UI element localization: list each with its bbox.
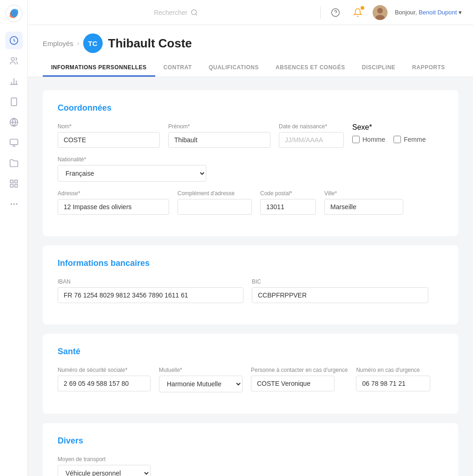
- dob-label: Date de naissance*: [279, 123, 344, 130]
- urgence-num-input[interactable]: [356, 376, 430, 391]
- homme-checkbox[interactable]: [352, 136, 360, 143]
- svg-point-20: [11, 204, 12, 205]
- dob-group: Date de naissance*: [279, 123, 344, 148]
- bancaire-row: IBAN BIC: [58, 278, 443, 303]
- femme-option[interactable]: Femme: [394, 136, 426, 143]
- mutuelle-select[interactable]: Harmonie Mutuelle: [159, 376, 243, 392]
- breadcrumb-separator: ›: [77, 40, 79, 47]
- sante-row: Numéro de sécurité sociale* Mutuelle* Ha…: [58, 367, 443, 392]
- svg-rect-14: [10, 180, 13, 183]
- postal-group: Code postal*: [260, 190, 316, 215]
- svg-rect-16: [10, 185, 13, 187]
- svg-line-22: [196, 14, 197, 15]
- sante-section: Santé Numéro de sécurité sociale* Mutuel…: [43, 334, 458, 414]
- user-greeting: Bonjour, Benoit Dupont ▾: [395, 9, 462, 16]
- tab-qualifications[interactable]: QUALIFICATIONS: [200, 60, 267, 77]
- username-link[interactable]: Benoit Dupont: [419, 9, 457, 16]
- femme-label: Femme: [404, 136, 426, 143]
- coordonnees-section: Coordonnées Nom* Prénom* Date de naissan…: [43, 90, 458, 236]
- femme-checkbox[interactable]: [394, 136, 401, 143]
- sidebar-icon-folder[interactable]: [5, 154, 23, 172]
- notification-badge: [361, 6, 364, 10]
- bancaire-section: Informations bancaires IBAN BIC: [43, 245, 458, 324]
- svg-rect-17: [14, 185, 17, 187]
- urgence-num-label: Numéro en cas d'urgence: [356, 367, 430, 373]
- sante-title: Santé: [58, 347, 443, 357]
- tab-informations[interactable]: INFORMATIONS PERSONNELLES: [43, 60, 155, 77]
- search-area[interactable]: Rechercher: [154, 9, 197, 16]
- complement-label: Complément d'adresse: [177, 190, 252, 197]
- postal-input[interactable]: [260, 199, 316, 215]
- sidebar-icon-device[interactable]: [5, 134, 23, 152]
- nss-group: Numéro de sécurité sociale*: [58, 367, 151, 392]
- address-group: Adresse*: [58, 190, 169, 215]
- ville-group: Ville*: [324, 190, 403, 215]
- sidebar-icon-globe[interactable]: [5, 113, 23, 131]
- transport-select[interactable]: Véhicule personnel: [58, 465, 151, 476]
- complement-input[interactable]: [177, 199, 252, 215]
- bic-input[interactable]: [252, 287, 428, 303]
- nss-input[interactable]: [58, 376, 151, 391]
- address-row: Adresse* Complément d'adresse Code posta…: [58, 190, 443, 215]
- ville-label: Ville*: [324, 190, 403, 197]
- urgence-num-group: Numéro en cas d'urgence: [356, 367, 430, 392]
- bancaire-title: Informations bancaires: [58, 258, 443, 268]
- main-content: Employés › TC Thibault Coste INFORMATION…: [28, 25, 473, 476]
- sidebar-icon-phone[interactable]: [5, 93, 23, 111]
- urgence-person-label: Personne à contacter en cas d'urgence: [251, 367, 348, 373]
- nom-label: Nom*: [58, 123, 160, 130]
- svg-point-21: [191, 10, 197, 15]
- sexe-label: Sexe*: [352, 123, 426, 132]
- employee-name: Thibault Coste: [108, 36, 192, 51]
- iban-label: IBAN: [58, 278, 243, 285]
- iban-input[interactable]: [58, 287, 243, 303]
- complement-group: Complément d'adresse: [177, 190, 252, 215]
- nom-input[interactable]: [58, 132, 160, 148]
- divers-section: Divers Moyen de transport Véhicule perso…: [43, 423, 458, 476]
- address-input[interactable]: [58, 199, 169, 215]
- postal-label: Code postal*: [260, 190, 316, 197]
- nss-label: Numéro de sécurité sociale*: [58, 367, 151, 373]
- dob-input[interactable]: [279, 132, 344, 148]
- homme-option[interactable]: Homme: [352, 136, 385, 143]
- help-icon[interactable]: [328, 5, 343, 20]
- sidebar-icon-chart[interactable]: [5, 73, 23, 90]
- prenom-input[interactable]: [168, 132, 270, 148]
- notification-icon[interactable]: [350, 5, 365, 20]
- nationality-group: Nationalité* Française: [58, 156, 206, 182]
- sidebar-icon-home[interactable]: [5, 32, 23, 49]
- svg-point-26: [377, 8, 383, 13]
- sidebar-icon-people[interactable]: [5, 52, 23, 70]
- tab-contrat[interactable]: CONTRAT: [155, 60, 200, 77]
- search-icon[interactable]: [191, 9, 198, 16]
- content-area: Coordonnées Nom* Prénom* Date de naissan…: [28, 77, 473, 476]
- tab-discipline[interactable]: DISCIPLINE: [354, 60, 404, 77]
- page-header: Employés › TC Thibault Coste INFORMATION…: [28, 25, 473, 77]
- address-label: Adresse*: [58, 190, 169, 197]
- svg-point-18: [13, 204, 14, 205]
- homme-label: Homme: [362, 136, 385, 143]
- sex-options: Homme Femme: [352, 136, 426, 143]
- topbar: Rechercher Bonjour, Benoit Dupont ▾: [28, 0, 473, 25]
- transport-label: Moyen de transport: [58, 456, 151, 463]
- sidebar-icon-settings[interactable]: [5, 175, 23, 192]
- prenom-label: Prénom*: [168, 123, 270, 130]
- nationality-select[interactable]: Française: [58, 165, 206, 182]
- ville-input[interactable]: [324, 199, 403, 215]
- sidebar-icon-grid[interactable]: [5, 195, 23, 213]
- sexe-group: Sexe* Homme Femme: [352, 123, 426, 148]
- sidebar: [0, 0, 28, 476]
- search-label: Rechercher: [154, 9, 187, 16]
- app-logo[interactable]: [5, 5, 23, 22]
- breadcrumb-parent[interactable]: Employés: [43, 40, 73, 47]
- name-row: Nom* Prénom* Date de naissance* Sexe*: [58, 123, 443, 148]
- breadcrumb-current: TC Thibault Coste: [83, 33, 192, 53]
- nationality-row: Nationalité* Française: [58, 156, 443, 182]
- prenom-group: Prénom*: [168, 123, 270, 148]
- tab-rapports[interactable]: RAPPORTS: [404, 60, 453, 77]
- urgence-person-input[interactable]: [251, 376, 335, 391]
- svg-rect-11: [10, 139, 18, 145]
- mutuelle-group: Mutuelle* Harmonie Mutuelle: [159, 367, 243, 392]
- avatar[interactable]: [373, 5, 388, 20]
- tab-absences[interactable]: ABSENCES ET CONGÉS: [267, 60, 354, 77]
